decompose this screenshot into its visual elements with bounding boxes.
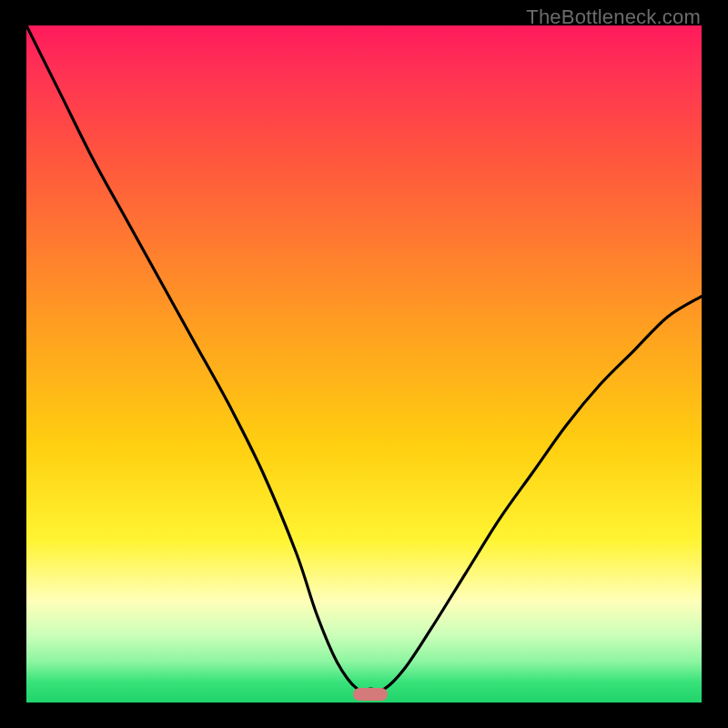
- chart-frame: TheBottleneck.com: [0, 0, 728, 728]
- watermark-text: TheBottleneck.com: [526, 5, 701, 29]
- bottleneck-curve: [26, 25, 702, 703]
- optimal-point-marker: [353, 688, 388, 701]
